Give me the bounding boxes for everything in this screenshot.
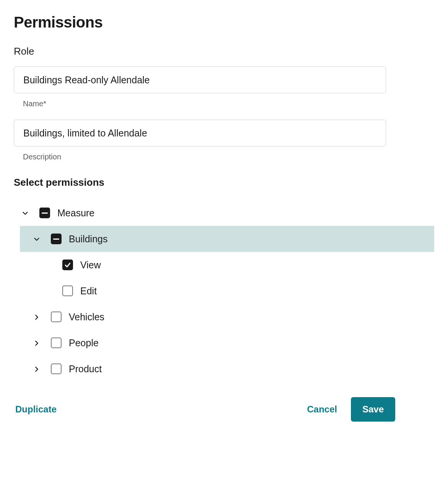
chevron-right-icon[interactable] — [31, 365, 42, 373]
tree-label-buildings: Buildings — [69, 234, 107, 245]
tree-row-vehicles[interactable]: Vehicles — [20, 304, 434, 330]
tree-row-measure[interactable]: Measure — [20, 200, 434, 226]
role-description-input[interactable] — [14, 120, 386, 146]
page-title: Permissions — [14, 14, 434, 31]
checkbox-unchecked-icon[interactable] — [51, 337, 62, 348]
role-description-helper: Description — [23, 153, 434, 161]
select-permissions-label: Select permissions — [14, 177, 434, 188]
tree-label-edit: Edit — [80, 286, 97, 297]
tree-row-people[interactable]: People — [20, 330, 434, 356]
cancel-button[interactable]: Cancel — [305, 400, 339, 419]
tree-label-measure: Measure — [57, 208, 94, 219]
checkbox-unchecked-icon[interactable] — [51, 363, 62, 374]
tree-row-product[interactable]: Product — [20, 356, 434, 382]
tree-row-view[interactable]: View — [20, 252, 434, 278]
role-name-helper: Name* — [23, 99, 434, 108]
footer: Duplicate Cancel Save — [14, 397, 395, 422]
chevron-right-icon[interactable] — [31, 339, 42, 347]
tree-row-buildings[interactable]: Buildings — [20, 226, 434, 252]
save-button[interactable]: Save — [351, 397, 395, 422]
tree-label-people: People — [69, 337, 99, 349]
checkbox-checked-icon[interactable] — [62, 260, 73, 270]
duplicate-button[interactable]: Duplicate — [14, 400, 58, 419]
role-name-input[interactable] — [14, 67, 386, 93]
checkbox-unchecked-icon[interactable] — [51, 312, 62, 322]
chevron-right-icon[interactable] — [31, 313, 42, 321]
tree-label-vehicles: Vehicles — [69, 312, 104, 323]
checkbox-unchecked-icon[interactable] — [62, 286, 73, 296]
chevron-down-icon[interactable] — [31, 235, 42, 243]
permissions-tree: Measure Buildings View Edit — [20, 200, 434, 382]
tree-row-edit[interactable]: Edit — [20, 278, 434, 304]
chevron-down-icon[interactable] — [20, 209, 31, 217]
tree-label-view: View — [80, 260, 101, 271]
role-section-label: Role — [14, 45, 434, 57]
checkbox-indeterminate-icon[interactable] — [51, 234, 62, 244]
tree-label-product: Product — [69, 363, 102, 375]
checkbox-indeterminate-icon[interactable] — [39, 208, 50, 218]
